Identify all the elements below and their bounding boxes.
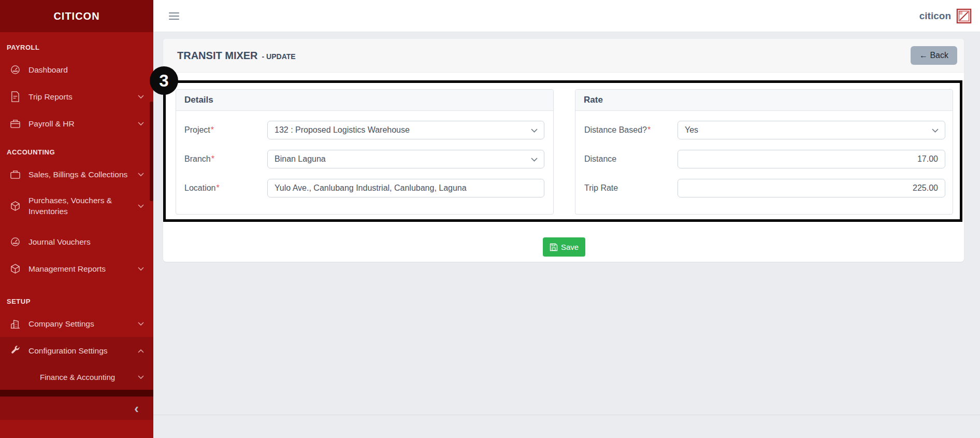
sidebar-active-group: Configuration Settings Finance & Account…	[0, 337, 153, 390]
sidebar-item-dashboard[interactable]: Dashboard	[0, 56, 153, 83]
details-panel: Details Project* 132 : Proposed Logistic…	[176, 89, 554, 215]
sidebar-item-trip-reports[interactable]: Trip Reports	[0, 83, 153, 110]
cube-icon	[9, 200, 21, 211]
details-panel-header: Details	[176, 90, 553, 111]
branch-select[interactable]: Binan Laguna	[267, 150, 544, 168]
chevron-down-icon	[138, 92, 144, 101]
sidebar-item-sales-billings-collections[interactable]: Sales, Billings & Collections	[0, 161, 153, 188]
location-input[interactable]	[267, 179, 544, 197]
wrench-icon	[9, 345, 21, 356]
app-window: CITICON PAYROLL Dashboard Trip Reports P…	[0, 0, 980, 438]
chevron-down-icon	[531, 125, 538, 135]
gauge-icon	[9, 236, 21, 247]
sidebar-item-management-reports[interactable]: Management Reports	[0, 255, 153, 282]
project-select[interactable]: 132 : Proposed Logistics Warehouse	[267, 121, 544, 139]
chevron-down-icon	[138, 372, 144, 382]
annotation-badge: 3	[150, 66, 178, 95]
sidebar-scrollbar[interactable]	[150, 102, 153, 201]
chevron-down-icon	[138, 119, 144, 128]
distance-based-label: Distance Based?*	[575, 125, 651, 135]
distance-label: Distance	[575, 154, 616, 164]
back-button[interactable]: ← Back	[911, 46, 957, 65]
sidebar-item-finance-accounting[interactable]: Finance & Accounting	[0, 364, 153, 390]
section-label-setup: SETUP	[0, 282, 153, 310]
brand-text: citicon	[919, 10, 951, 22]
sidebar-item-payroll-hr[interactable]: Payroll & HR	[0, 110, 153, 137]
project-label: Project*	[176, 125, 214, 135]
sidebar-divider	[0, 390, 153, 397]
sidebar-item-purchases-vouchers-inventories[interactable]: Purchases, Vouchers & Inventories	[0, 188, 153, 224]
sidebar-item-journal-vouchers[interactable]: Journal Vouchers	[0, 228, 153, 255]
chevron-up-icon	[138, 346, 144, 355]
save-icon	[550, 243, 558, 251]
branch-select-value: Binan Laguna	[275, 154, 326, 164]
save-button-label: Save	[561, 243, 579, 251]
cube-icon	[9, 263, 21, 274]
trip-rate-input[interactable]	[678, 179, 945, 197]
sidebar-item-configuration-settings[interactable]: Configuration Settings	[0, 337, 153, 364]
sidebar-footer: ‹	[0, 397, 153, 420]
page-footer	[153, 415, 980, 438]
gauge-icon	[9, 64, 21, 75]
rate-panel: Rate Distance Based?* Yes Distance	[575, 89, 953, 215]
distance-input[interactable]	[678, 150, 945, 168]
save-button[interactable]: Save	[543, 237, 585, 257]
chevron-down-icon	[138, 169, 144, 179]
card-header: TRANSIT MIXER - UPDATE ← Back	[163, 39, 964, 73]
distance-based-select-value: Yes	[685, 125, 698, 135]
chevron-down-icon	[138, 201, 144, 210]
chevron-down-icon	[138, 319, 144, 328]
topbar: citicon	[153, 0, 980, 32]
sidebar-logo[interactable]: CITICON	[0, 0, 153, 32]
section-label-payroll: PAYROLL	[0, 32, 153, 56]
logo-text: CITICON	[53, 10, 99, 22]
main-content: TRANSIT MIXER - UPDATE ← Back Details Pr…	[153, 32, 980, 438]
collapse-sidebar-icon[interactable]: ‹	[134, 402, 139, 415]
chevron-down-icon	[531, 154, 538, 164]
chevron-down-icon	[932, 125, 939, 135]
rate-panel-header: Rate	[575, 90, 953, 111]
distance-based-select[interactable]: Yes	[678, 121, 945, 139]
briefcase-icon	[9, 118, 21, 129]
sidebar: CITICON PAYROLL Dashboard Trip Reports P…	[0, 0, 153, 438]
building-icon	[9, 318, 21, 329]
section-label-accounting: ACCOUNTING	[0, 137, 153, 161]
trip-rate-label: Trip Rate	[575, 183, 618, 193]
sidebar-item-company-settings[interactable]: Company Settings	[0, 310, 153, 337]
hamburger-menu-icon[interactable]	[169, 12, 179, 20]
brand-logo-icon	[956, 8, 972, 24]
file-icon	[9, 91, 21, 102]
chevron-down-icon	[138, 264, 144, 273]
briefcase-icon	[9, 168, 21, 180]
page-title: TRANSIT MIXER - UPDATE	[177, 50, 296, 62]
topbar-brand: citicon	[919, 8, 972, 24]
branch-label: Branch*	[176, 154, 214, 164]
location-label: Location*	[176, 183, 220, 193]
project-select-value: 132 : Proposed Logistics Warehouse	[275, 125, 410, 135]
